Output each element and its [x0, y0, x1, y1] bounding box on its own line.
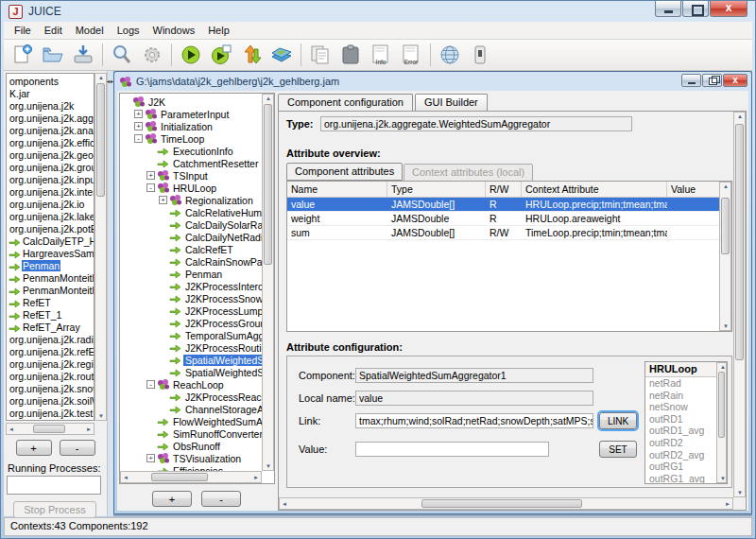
copy-log-button[interactable] — [305, 42, 335, 68]
menu-windows[interactable]: Windows — [146, 23, 202, 38]
sidebar-item-omponents[interactable]: omponents — [7, 75, 94, 87]
config-vertical-scrollbar[interactable] — [733, 112, 746, 497]
sidebar-item-org-unijena-j2k-soilwa[interactable]: org.unijena.j2k.soilWa — [7, 394, 94, 407]
sidebar-item-penmanmonteith[interactable]: PenmanMonteith — [7, 271, 94, 284]
table-column-header[interactable]: R/W — [486, 182, 522, 197]
local-name-field[interactable]: value — [355, 391, 593, 406]
new-model-button[interactable] — [8, 42, 38, 68]
sidebar-item-org-unijena-j2k[interactable]: org.unijena.j2k — [7, 99, 94, 112]
config-horizontal-scrollbar[interactable] — [279, 497, 733, 510]
sidebar-vertical-scrollbar[interactable] — [94, 73, 107, 421]
context-attr-item[interactable]: outRD1_avg — [645, 425, 727, 437]
minimize-button[interactable] — [655, 1, 681, 17]
table-column-header[interactable]: Context Attribute — [522, 182, 667, 197]
tree-node-simrunoffconverter[interactable]: SimRunoffConverter — [122, 427, 274, 440]
tree-node-j2kprocessintercep[interactable]: J2KProcessIntercep — [122, 280, 274, 292]
tree-expander-icon[interactable]: + — [146, 171, 155, 180]
inner-close-button[interactable] — [723, 74, 747, 87]
tree-node-obsrunoff[interactable]: ObsRunoff — [122, 440, 274, 452]
tree-node-calcrelativehumidit[interactable]: CalcRelativeHumidit — [122, 206, 274, 218]
menu-help[interactable]: Help — [201, 23, 236, 38]
tree-node-tsinput[interactable]: +TSInput — [122, 169, 274, 182]
tree-node-spatialweightedsum[interactable]: SpatialWeightedSum — [122, 366, 274, 378]
sidebar-item-refet-array[interactable]: RefET_Array — [7, 321, 94, 333]
tab-context-attributes[interactable]: Context attributes (local) — [404, 164, 533, 182]
context-attr-item[interactable]: outRG1_avg — [645, 473, 727, 484]
tree-node-j2kprocesslumpeds[interactable]: J2KProcessLumpedS — [122, 304, 274, 317]
info-log-button[interactable]: Info — [366, 42, 396, 68]
tree-expander-icon[interactable]: + — [134, 122, 143, 130]
tree-expander-icon[interactable]: + — [146, 454, 155, 462]
sidebar-item-org-unijena-j2k-lake[interactable]: org.unijena.j2k.lake — [7, 210, 94, 222]
stop-process-button[interactable]: Stop Process — [13, 501, 96, 518]
web-button[interactable] — [435, 42, 465, 68]
close-button[interactable] — [710, 1, 747, 17]
tab-component-attributes[interactable]: Component attributes — [286, 163, 403, 181]
tree-node-j2kprocessgroundw[interactable]: J2KProcessGroundw — [122, 317, 274, 329]
tree-node-calcdailysolarradia[interactable]: CalcDailySolarRadia — [122, 218, 274, 231]
sidebar-item-org-unijena-j2k-interc[interactable]: org.unijena.j2k.interc — [7, 185, 94, 198]
sidebar-item-org-unijena-j2k-io[interactable]: org.unijena.j2k.io — [7, 198, 94, 210]
model-export-button[interactable] — [236, 42, 266, 68]
table-row[interactable]: sumJAMSDouble[]R/WTimeLoop.precip;tmin;t… — [287, 226, 731, 240]
table-row[interactable]: valueJAMSDouble[]RHRULoop.precip;tmin;tm… — [287, 198, 731, 212]
running-processes-list[interactable] — [7, 476, 101, 495]
tree-expander-icon[interactable]: - — [134, 134, 143, 143]
sidebar-item-refet[interactable]: RefET — [7, 296, 94, 308]
sidebar-item-org-unijena-j2k-groun[interactable]: org.unijena.j2k.groun — [7, 161, 94, 173]
maximize-button[interactable] — [682, 1, 709, 17]
tree-add-button[interactable]: + — [152, 491, 192, 507]
tree-node-penman[interactable]: Penman — [122, 268, 274, 280]
tree-node-j2kprocessreachro[interactable]: J2KProcessReachRo — [122, 391, 274, 403]
type-field[interactable]: org.unijena.j2k.aggregate.WeightedSumAgg… — [320, 116, 632, 131]
menu-edit[interactable]: Edit — [38, 23, 69, 38]
open-model-button[interactable] — [38, 42, 68, 68]
value-field[interactable] — [355, 442, 549, 457]
tree-node-regionalization[interactable]: +Regionalization — [122, 194, 274, 206]
sidebar-item-org-unijena-j2k-potet[interactable]: org.unijena.j2k.potET — [7, 222, 94, 235]
tree-node-j2k[interactable]: J2K — [122, 96, 274, 108]
context-list-scrollbar[interactable] — [716, 362, 727, 483]
tree-node-catchmentresetter[interactable]: CatchmentResetter — [122, 157, 274, 169]
tree-expander-icon[interactable]: - — [146, 380, 155, 389]
table-column-header[interactable]: Type — [387, 182, 486, 197]
inner-minimize-button[interactable] — [681, 74, 701, 87]
tree-node-channelstorageagg[interactable]: ChannelStorageAgg — [122, 403, 274, 415]
menu-model[interactable]: Model — [69, 23, 111, 38]
table-column-header[interactable]: Name — [287, 182, 387, 197]
context-attr-item[interactable]: outRD2 — [645, 437, 727, 449]
clipboard-button[interactable] — [335, 42, 366, 68]
sidebar-item-org-unijena-j2k-inputd[interactable]: org.unijena.j2k.inputD — [7, 173, 94, 185]
sidebar-item-org-unijena-j2k-aggre[interactable]: org.unijena.j2k.aggre — [7, 112, 94, 124]
sidebar-item-org-unijena-j2k-analys[interactable]: org.unijena.j2k.analys — [7, 124, 94, 136]
tree-node-j2kprocesssnow[interactable]: J2KProcessSnow — [122, 292, 274, 304]
tree-node-flowweightedsumaggre[interactable]: FlowWeightedSumAggre — [122, 415, 274, 427]
sidebar-item-k-jar[interactable]: K.jar — [7, 87, 94, 99]
tree-node-timeloop[interactable]: -TimeLoop — [122, 132, 274, 145]
model-window-title-bar[interactable]: G:\jams\data\j2k_gehlberg\j2k_gehlberg.j… — [114, 72, 751, 91]
device-button[interactable] — [465, 42, 495, 68]
tree-node-calcdailynetradiati[interactable]: CalcDailyNetRadiati — [122, 231, 274, 243]
map-view-button[interactable] — [266, 42, 297, 68]
link-field[interactable]: tmax;rhum;wind;solRad;netRad;snowDepth;s… — [355, 413, 593, 428]
tree-node-reachloop[interactable]: -ReachLoop — [122, 378, 274, 391]
link-button[interactable]: LINK — [599, 412, 637, 429]
sidebar-item-org-unijena-j2k-geogr[interactable]: org.unijena.j2k.geogr — [7, 148, 94, 161]
sidebar-item-refet-1[interactable]: RefET_1 — [7, 308, 94, 321]
tree-node-j2kprocessrouting[interactable]: J2KProcessRouting — [122, 341, 274, 354]
tree-node-tsvisualization[interactable]: +TSVisualization — [122, 452, 274, 464]
context-attr-item[interactable]: outRG1 — [645, 461, 727, 473]
settings-button[interactable] — [137, 42, 167, 68]
context-attr-item[interactable]: netRad — [645, 377, 727, 390]
run-model-gui-button[interactable] — [206, 42, 236, 68]
tab-gui-builder[interactable]: GUI Builder — [415, 94, 488, 111]
tree-node-temporalsumaggreg[interactable]: TemporalSumAggreg — [122, 329, 274, 341]
save-model-button[interactable] — [68, 42, 98, 68]
sidebar-horizontal-scrollbar[interactable] — [6, 423, 94, 435]
table-vertical-scrollbar[interactable] — [719, 182, 731, 331]
context-attr-item[interactable]: netRain — [645, 390, 727, 402]
error-log-button[interactable]: Error — [396, 42, 426, 68]
search-button[interactable] — [107, 42, 137, 68]
tree-node-hruloop[interactable]: -HRULoop — [122, 182, 274, 194]
tree-horizontal-scrollbar[interactable] — [120, 471, 262, 483]
